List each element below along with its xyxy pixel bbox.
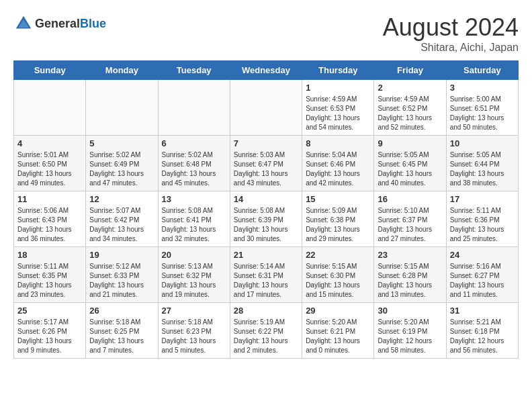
day-info: Sunrise: 5:11 AM Sunset: 6:36 PM Dayligh… bbox=[450, 206, 515, 244]
day-number: 27 bbox=[162, 306, 226, 316]
calendar-day-cell: 30Sunrise: 5:20 AM Sunset: 6:19 PM Dayli… bbox=[374, 303, 446, 359]
logo: GeneralBlue bbox=[13, 13, 106, 34]
calendar-day-cell: 16Sunrise: 5:10 AM Sunset: 6:37 PM Dayli… bbox=[374, 191, 446, 247]
calendar-day-cell: 28Sunrise: 5:19 AM Sunset: 6:22 PM Dayli… bbox=[230, 303, 302, 359]
calendar-day-cell: 13Sunrise: 5:08 AM Sunset: 6:41 PM Dayli… bbox=[158, 191, 230, 247]
month-title: August 2024 bbox=[383, 13, 519, 42]
day-info: Sunrise: 5:14 AM Sunset: 6:31 PM Dayligh… bbox=[234, 262, 298, 300]
day-info: Sunrise: 5:15 AM Sunset: 6:30 PM Dayligh… bbox=[306, 262, 370, 300]
calendar-day-cell: 18Sunrise: 5:11 AM Sunset: 6:35 PM Dayli… bbox=[14, 247, 86, 303]
header: GeneralBlue August 2024 Shitara, Aichi, … bbox=[13, 13, 519, 54]
day-number: 10 bbox=[450, 138, 515, 148]
day-info: Sunrise: 5:05 AM Sunset: 6:44 PM Dayligh… bbox=[450, 150, 515, 188]
day-number: 7 bbox=[234, 138, 298, 148]
day-info: Sunrise: 5:17 AM Sunset: 6:26 PM Dayligh… bbox=[17, 318, 82, 355]
day-info: Sunrise: 5:05 AM Sunset: 6:45 PM Dayligh… bbox=[378, 150, 442, 188]
day-of-week-header: Friday bbox=[374, 61, 446, 80]
day-number: 23 bbox=[378, 250, 442, 260]
calendar: SundayMondayTuesdayWednesdayThursdayFrid… bbox=[13, 60, 519, 359]
calendar-day-cell: 17Sunrise: 5:11 AM Sunset: 6:36 PM Dayli… bbox=[446, 191, 518, 247]
calendar-day-cell: 3Sunrise: 5:00 AM Sunset: 6:51 PM Daylig… bbox=[446, 80, 518, 136]
day-info: Sunrise: 5:19 AM Sunset: 6:22 PM Dayligh… bbox=[234, 318, 298, 355]
day-number: 22 bbox=[306, 250, 370, 260]
day-of-week-header: Saturday bbox=[446, 61, 518, 80]
day-number: 15 bbox=[306, 194, 370, 204]
calendar-day-cell: 9Sunrise: 5:05 AM Sunset: 6:45 PM Daylig… bbox=[374, 136, 446, 191]
calendar-week-row: 4Sunrise: 5:01 AM Sunset: 6:50 PM Daylig… bbox=[14, 136, 519, 191]
day-info: Sunrise: 5:01 AM Sunset: 6:50 PM Dayligh… bbox=[17, 150, 82, 188]
day-of-week-header: Thursday bbox=[302, 61, 374, 80]
calendar-day-cell: 24Sunrise: 5:16 AM Sunset: 6:27 PM Dayli… bbox=[446, 247, 518, 303]
day-info: Sunrise: 4:59 AM Sunset: 6:52 PM Dayligh… bbox=[378, 95, 442, 132]
day-number: 14 bbox=[234, 194, 298, 204]
calendar-day-cell: 10Sunrise: 5:05 AM Sunset: 6:44 PM Dayli… bbox=[446, 136, 518, 191]
calendar-day-cell: 22Sunrise: 5:15 AM Sunset: 6:30 PM Dayli… bbox=[302, 247, 374, 303]
calendar-week-row: 11Sunrise: 5:06 AM Sunset: 6:43 PM Dayli… bbox=[14, 191, 519, 247]
day-number: 16 bbox=[378, 194, 442, 204]
logo-general: General bbox=[35, 17, 80, 30]
calendar-day-cell: 15Sunrise: 5:09 AM Sunset: 6:38 PM Dayli… bbox=[302, 191, 374, 247]
day-number: 20 bbox=[162, 250, 226, 260]
day-info: Sunrise: 5:09 AM Sunset: 6:38 PM Dayligh… bbox=[306, 206, 370, 244]
day-number: 19 bbox=[89, 250, 154, 260]
calendar-day-cell: 11Sunrise: 5:06 AM Sunset: 6:43 PM Dayli… bbox=[14, 191, 86, 247]
day-info: Sunrise: 5:04 AM Sunset: 6:46 PM Dayligh… bbox=[306, 150, 370, 188]
day-info: Sunrise: 5:10 AM Sunset: 6:37 PM Dayligh… bbox=[378, 206, 442, 244]
calendar-day-cell: 31Sunrise: 5:21 AM Sunset: 6:18 PM Dayli… bbox=[446, 303, 518, 359]
day-number: 12 bbox=[89, 194, 154, 204]
day-number: 25 bbox=[17, 306, 82, 316]
day-number: 30 bbox=[378, 306, 442, 316]
title-area: August 2024 Shitara, Aichi, Japan bbox=[383, 13, 519, 54]
day-number: 11 bbox=[17, 194, 82, 204]
day-of-week-header: Monday bbox=[86, 61, 158, 80]
day-number: 28 bbox=[234, 306, 298, 316]
calendar-day-cell: 23Sunrise: 5:15 AM Sunset: 6:28 PM Dayli… bbox=[374, 247, 446, 303]
day-number: 13 bbox=[162, 194, 226, 204]
calendar-day-cell: 21Sunrise: 5:14 AM Sunset: 6:31 PM Dayli… bbox=[230, 247, 302, 303]
day-of-week-header: Wednesday bbox=[230, 61, 302, 80]
day-info: Sunrise: 5:21 AM Sunset: 6:18 PM Dayligh… bbox=[450, 318, 515, 355]
calendar-day-cell: 4Sunrise: 5:01 AM Sunset: 6:50 PM Daylig… bbox=[14, 136, 86, 191]
day-number: 29 bbox=[306, 306, 370, 316]
logo-blue: Blue bbox=[80, 17, 106, 30]
logo-text: GeneralBlue bbox=[35, 17, 106, 31]
day-number: 4 bbox=[17, 138, 82, 148]
day-of-week-header: Tuesday bbox=[158, 61, 230, 80]
day-number: 1 bbox=[306, 83, 370, 93]
calendar-day-cell: 5Sunrise: 5:02 AM Sunset: 6:49 PM Daylig… bbox=[86, 136, 158, 191]
calendar-week-row: 25Sunrise: 5:17 AM Sunset: 6:26 PM Dayli… bbox=[14, 303, 519, 359]
day-number: 26 bbox=[89, 306, 154, 316]
day-number: 6 bbox=[162, 138, 226, 148]
day-info: Sunrise: 5:08 AM Sunset: 6:39 PM Dayligh… bbox=[234, 206, 298, 244]
day-number: 18 bbox=[17, 250, 82, 260]
calendar-day-cell: 1Sunrise: 4:59 AM Sunset: 6:53 PM Daylig… bbox=[302, 80, 374, 136]
day-info: Sunrise: 5:15 AM Sunset: 6:28 PM Dayligh… bbox=[378, 262, 442, 300]
day-info: Sunrise: 4:59 AM Sunset: 6:53 PM Dayligh… bbox=[306, 95, 370, 132]
day-info: Sunrise: 5:08 AM Sunset: 6:41 PM Dayligh… bbox=[162, 206, 226, 244]
calendar-day-cell: 8Sunrise: 5:04 AM Sunset: 6:46 PM Daylig… bbox=[302, 136, 374, 191]
day-of-week-header: Sunday bbox=[14, 61, 86, 80]
calendar-day-cell bbox=[14, 80, 86, 136]
day-info: Sunrise: 5:02 AM Sunset: 6:49 PM Dayligh… bbox=[89, 150, 154, 188]
day-number: 21 bbox=[234, 250, 298, 260]
day-info: Sunrise: 5:03 AM Sunset: 6:47 PM Dayligh… bbox=[234, 150, 298, 188]
day-info: Sunrise: 5:16 AM Sunset: 6:27 PM Dayligh… bbox=[450, 262, 515, 300]
calendar-day-cell: 25Sunrise: 5:17 AM Sunset: 6:26 PM Dayli… bbox=[14, 303, 86, 359]
day-number: 31 bbox=[450, 306, 515, 316]
calendar-day-cell: 19Sunrise: 5:12 AM Sunset: 6:33 PM Dayli… bbox=[86, 247, 158, 303]
day-info: Sunrise: 5:20 AM Sunset: 6:19 PM Dayligh… bbox=[378, 318, 442, 355]
day-info: Sunrise: 5:02 AM Sunset: 6:48 PM Dayligh… bbox=[162, 150, 226, 188]
day-info: Sunrise: 5:06 AM Sunset: 6:43 PM Dayligh… bbox=[17, 206, 82, 244]
calendar-day-cell: 29Sunrise: 5:20 AM Sunset: 6:21 PM Dayli… bbox=[302, 303, 374, 359]
calendar-day-cell: 7Sunrise: 5:03 AM Sunset: 6:47 PM Daylig… bbox=[230, 136, 302, 191]
day-info: Sunrise: 5:12 AM Sunset: 6:33 PM Dayligh… bbox=[89, 262, 154, 300]
day-number: 2 bbox=[378, 83, 442, 93]
calendar-day-cell: 14Sunrise: 5:08 AM Sunset: 6:39 PM Dayli… bbox=[230, 191, 302, 247]
calendar-header-row: SundayMondayTuesdayWednesdayThursdayFrid… bbox=[14, 61, 519, 80]
day-info: Sunrise: 5:00 AM Sunset: 6:51 PM Dayligh… bbox=[450, 95, 515, 132]
day-number: 17 bbox=[450, 194, 515, 204]
calendar-day-cell bbox=[158, 80, 230, 136]
day-info: Sunrise: 5:13 AM Sunset: 6:32 PM Dayligh… bbox=[162, 262, 226, 300]
day-number: 8 bbox=[306, 138, 370, 148]
day-number: 5 bbox=[89, 138, 154, 148]
